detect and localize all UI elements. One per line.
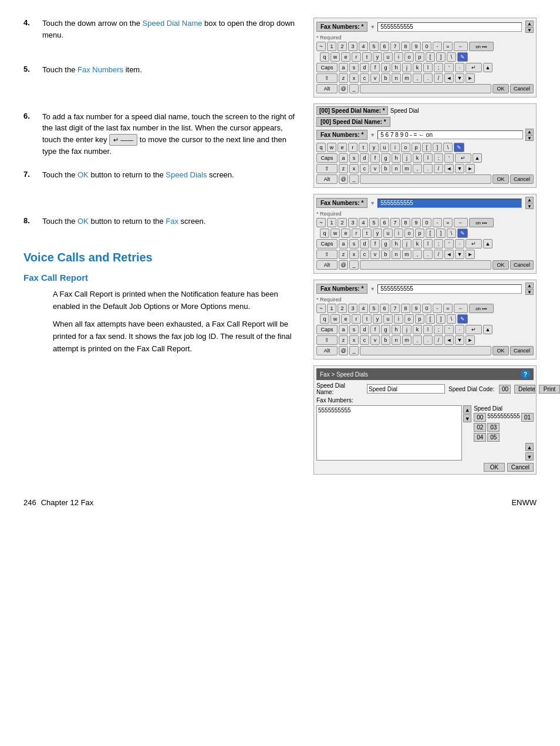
kb-r[interactable]: r [352, 52, 361, 62]
kb3-o[interactable]: o [404, 228, 414, 238]
kb-x[interactable]: x [349, 73, 359, 83]
sd-kb-g[interactable]: g [381, 153, 390, 163]
sd-kb-o[interactable]: o [401, 143, 410, 152]
kb3-space[interactable] [360, 260, 491, 270]
kb3-comma[interactable]: , [413, 250, 422, 259]
kb4-t[interactable]: t [362, 314, 372, 324]
kb4-d[interactable]: d [360, 325, 369, 334]
kb-semicolon[interactable]: ; [434, 63, 443, 72]
kb3-3[interactable]: 3 [348, 218, 357, 227]
kb4-rbr[interactable]: ] [436, 314, 446, 324]
kb3-p[interactable]: p [415, 228, 424, 238]
kb1-scroll-up[interactable]: ▲ [525, 21, 534, 26]
fax-list-scroll-up[interactable]: ▲ [463, 405, 471, 414]
sd-kb-k[interactable]: k [413, 153, 422, 163]
kb3-0[interactable]: 0 [422, 218, 431, 227]
sd-kb-semi[interactable]: ; [434, 153, 443, 163]
kb3-cancel[interactable]: Cancel [510, 260, 534, 270]
kb-3[interactable]: 3 [348, 42, 357, 51]
kb-comma[interactable]: , [413, 73, 422, 83]
kb4-b[interactable]: b [381, 335, 390, 345]
kb3-dot2[interactable]: · [455, 239, 464, 248]
kb4-5[interactable]: 5 [369, 304, 379, 313]
fax-speed-scroll-up[interactable]: ▲ [525, 443, 534, 451]
kb-d[interactable]: d [360, 63, 369, 72]
kb3-fax-input[interactable]: 5555555555 [377, 199, 522, 208]
kb4-enter[interactable]: ↵ [465, 325, 482, 334]
kb4-e[interactable]: e [341, 314, 350, 324]
sd-kb-rbr[interactable]: ] [433, 143, 442, 152]
kb4-c[interactable]: c [360, 335, 369, 345]
fax-list-scroll-down[interactable]: ▼ [463, 414, 471, 422]
kb4-8[interactable]: 8 [401, 304, 410, 313]
kb3-right[interactable]: ► [465, 250, 475, 259]
kb3-g[interactable]: g [381, 239, 390, 248]
kb4-semi[interactable]: ; [434, 325, 443, 334]
sd-kb-v[interactable]: v [370, 164, 380, 173]
sd-kb-i[interactable]: i [390, 143, 400, 152]
kb-0[interactable]: 0 [422, 42, 431, 51]
kb4-i[interactable]: i [394, 314, 403, 324]
sd-kb-b[interactable]: b [381, 164, 390, 173]
kb4-0[interactable]: 0 [422, 304, 431, 313]
kb3-k[interactable]: k [413, 239, 422, 248]
sd-kb-m[interactable]: m [402, 164, 411, 173]
kb3-sl[interactable]: / [434, 250, 443, 259]
kb-minus[interactable]: - [433, 42, 442, 51]
sd-kb-n[interactable]: n [392, 164, 401, 173]
kb3-shift[interactable]: ⇧ [316, 250, 338, 259]
kb3-eq[interactable]: = [443, 218, 453, 227]
kb-k[interactable]: k [413, 63, 422, 72]
kb3-7[interactable]: 7 [390, 218, 400, 227]
sd-kb-quote[interactable]: ' [444, 153, 454, 163]
kb3-e[interactable]: e [341, 228, 350, 238]
kb4-dw[interactable]: ▼ [455, 335, 464, 345]
kb4-h[interactable]: h [392, 325, 401, 334]
kb-ok[interactable]: OK [492, 84, 509, 93]
kb-a[interactable]: a [339, 63, 348, 72]
kb-quote[interactable]: ' [444, 63, 454, 72]
kb-down-arrow[interactable]: ▼ [455, 73, 464, 83]
kb4-ok[interactable]: OK [492, 346, 509, 355]
kb4-comma[interactable]: , [413, 335, 422, 345]
kb3-c[interactable]: c [360, 250, 369, 259]
sd-kb-ok[interactable]: OK [492, 174, 509, 184]
kb3-i[interactable]: i [394, 228, 403, 238]
kb4-at[interactable]: @ [339, 346, 348, 355]
kb4-right[interactable]: ► [465, 335, 475, 345]
kb-slash[interactable]: / [434, 73, 443, 83]
kb3-per[interactable]: . [423, 250, 433, 259]
fax-dial-code-05[interactable]: 05 [487, 433, 500, 442]
sd-kb-bs2[interactable]: \ [443, 143, 453, 152]
kb3-a[interactable]: a [339, 239, 348, 248]
kb4-minus[interactable]: - [433, 304, 442, 313]
fax-dial-code-02[interactable]: 02 [474, 423, 486, 432]
kb-8[interactable]: 8 [401, 42, 410, 51]
kb-caps[interactable]: Caps [316, 63, 338, 72]
kb4-caps[interactable]: Caps [316, 325, 338, 334]
kb4-k[interactable]: k [413, 325, 422, 334]
kb4-scroll-down[interactable]: ▼ [525, 289, 534, 295]
kb-1[interactable]: 1 [327, 42, 336, 51]
kb-j[interactable]: j [402, 63, 411, 72]
sd-kb-up[interactable]: ▲ [473, 153, 482, 163]
kb4-dot2[interactable]: · [455, 325, 464, 334]
sd-kb-caps[interactable]: Caps [316, 153, 338, 163]
fax-speed-cancel-btn[interactable]: Cancel [507, 463, 534, 472]
kb1-scroll-down[interactable]: ▼ [525, 27, 534, 33]
kb-left-arrow[interactable]: ◄ [444, 73, 454, 83]
kb-equals[interactable]: = [443, 42, 453, 51]
kb3-n[interactable]: n [392, 250, 401, 259]
kb3-y[interactable]: y [373, 228, 382, 238]
kb-t[interactable]: t [362, 52, 372, 62]
fax-dial-code-04[interactable]: 04 [474, 433, 486, 442]
kb3-r[interactable]: r [352, 228, 361, 238]
sd-kb-z[interactable]: z [339, 164, 348, 173]
fax-dial-code-03[interactable]: 03 [487, 423, 500, 432]
kb-l[interactable]: l [423, 63, 433, 72]
sd-kb-enter[interactable]: ↵ [455, 153, 471, 163]
sd-kb-space[interactable] [360, 174, 491, 184]
kb4-1[interactable]: 1 [327, 304, 336, 313]
kb-period[interactable]: . [423, 73, 433, 83]
sd-kb-at[interactable]: @ [339, 174, 348, 184]
